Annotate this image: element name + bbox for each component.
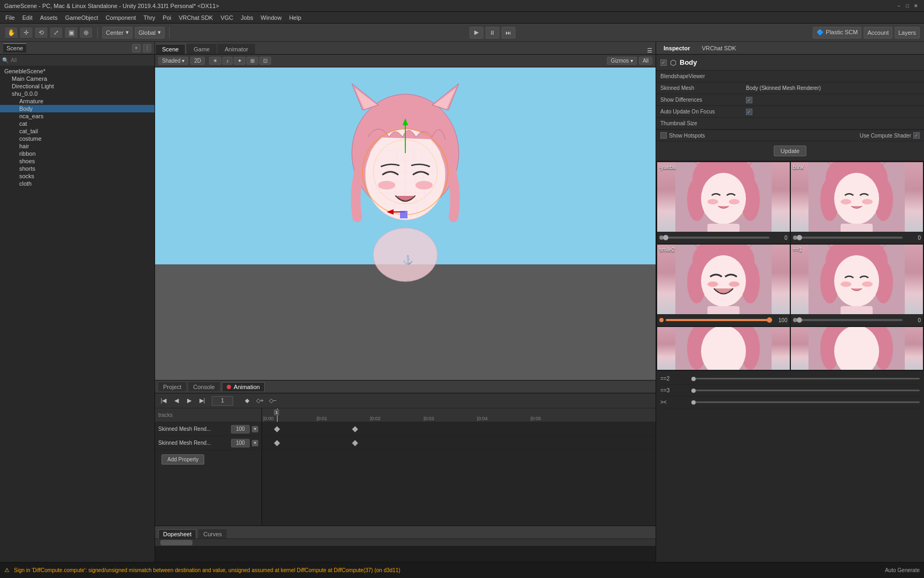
- use-compute-checkbox[interactable]: [913, 132, 920, 139]
- keyframe-2a[interactable]: [274, 440, 280, 446]
- vrchat-sdk-tab[interactable]: VRChat SDK: [698, 44, 741, 52]
- grid-toggle[interactable]: ⊡: [259, 57, 271, 65]
- project-tab[interactable]: Project: [158, 382, 186, 391]
- hierarchy-item-socks[interactable]: socks: [0, 172, 155, 180]
- dopesheet-tab[interactable]: Dopesheet: [158, 529, 196, 538]
- window-controls[interactable]: − □ ✕: [895, 2, 920, 10]
- menu-item-thry[interactable]: Thry: [140, 13, 158, 22]
- animator-tab[interactable]: Animator: [218, 44, 255, 54]
- anim-play[interactable]: ▶: [184, 396, 195, 406]
- hierarchy-item-costume[interactable]: costume: [0, 135, 155, 142]
- hierarchy-item-shorts[interactable]: shorts: [0, 165, 155, 172]
- keyframe-1b[interactable]: [352, 426, 358, 432]
- yaeba-slider[interactable]: [666, 237, 769, 239]
- scene-view-effects[interactable]: ⊞: [247, 57, 258, 65]
- maximize-button[interactable]: □: [904, 2, 911, 10]
- hierarchy-search-input[interactable]: [11, 57, 152, 63]
- eq3-slider[interactable]: [691, 390, 920, 391]
- scroll-thumb[interactable]: [160, 540, 192, 545]
- hand-tool[interactable]: ✋: [4, 27, 18, 39]
- step-button[interactable]: ⏭: [502, 27, 515, 39]
- add-property-button[interactable]: Add Property: [161, 454, 204, 465]
- hierarchy-item-shoes[interactable]: shoes: [0, 157, 155, 165]
- update-button[interactable]: Update: [774, 146, 806, 156]
- hierarchy-item-ribbon[interactable]: ribbon: [0, 150, 155, 157]
- hierarchy-item-hair[interactable]: hair: [0, 142, 155, 150]
- track-value-1[interactable]: 100: [231, 425, 250, 434]
- scene-menu-icon[interactable]: ☰: [644, 47, 656, 54]
- animation-tab[interactable]: Animation: [222, 382, 265, 391]
- gizmos-dropdown[interactable]: Gizmos ▾: [607, 57, 637, 65]
- show-hotspots-checkbox[interactable]: [660, 132, 667, 139]
- game-tab[interactable]: Game: [187, 44, 217, 54]
- lr-slider[interactable]: [691, 401, 920, 403]
- menu-item-jobs[interactable]: Jobs: [237, 13, 256, 22]
- menu-item-assets[interactable]: Assets: [37, 13, 61, 22]
- animation-timeline[interactable]: |0:00 |0:01 |0:02 |0:03 |0:04 |0:05 1: [262, 408, 656, 526]
- console-tab[interactable]: Console: [188, 382, 219, 391]
- hierarchy-item-cat-tail[interactable]: cat_tail: [0, 127, 155, 135]
- layers-button[interactable]: Layers: [895, 27, 920, 39]
- blink-slider[interactable]: [799, 237, 903, 239]
- pivot-space-dropdown[interactable]: Global ▾: [135, 27, 165, 39]
- eq1-slider[interactable]: [799, 319, 903, 321]
- hierarchy-create-button[interactable]: +: [132, 44, 141, 52]
- scene-tab[interactable]: Scene: [155, 44, 186, 54]
- hierarchy-item-shu-0-0-0[interactable]: shu_0.0.0: [0, 90, 155, 97]
- hierarchy-item-body[interactable]: Body: [0, 105, 155, 112]
- menu-item-vgc[interactable]: VGC: [217, 13, 236, 22]
- menu-item-window[interactable]: Window: [258, 13, 285, 22]
- keyframe-2b[interactable]: [352, 440, 358, 446]
- smile2-slider[interactable]: [666, 319, 769, 321]
- eq2-slider[interactable]: [691, 378, 920, 379]
- transform-tool[interactable]: ⊕: [79, 27, 93, 39]
- scene-viewport[interactable]: ⚓: [155, 67, 656, 396]
- track-value-2[interactable]: 100: [231, 439, 250, 447]
- anim-key-tool[interactable]: ◆: [242, 396, 252, 406]
- track-arrow-2[interactable]: ▾: [252, 440, 258, 446]
- menu-item-component[interactable]: Component: [102, 13, 139, 22]
- scale-tool[interactable]: ⤢: [49, 27, 63, 39]
- rect-tool[interactable]: ▣: [64, 27, 78, 39]
- menu-item-poi[interactable]: Poi: [159, 13, 174, 22]
- effects-toggle[interactable]: ✦: [234, 57, 245, 65]
- rotate-tool[interactable]: ⟲: [34, 27, 48, 39]
- anim-del-key[interactable]: ◇−: [267, 396, 278, 406]
- account-button[interactable]: Account: [864, 27, 892, 39]
- pause-button[interactable]: ⏸: [486, 27, 499, 39]
- hierarchy-options-button[interactable]: ⋮: [143, 44, 151, 52]
- hierarchy-item-nca-ears[interactable]: nca_ears: [0, 112, 155, 120]
- anim-prev-keyframe[interactable]: |◀: [158, 396, 169, 406]
- hierarchy-item-armature[interactable]: Armature: [0, 97, 155, 105]
- menu-item-edit[interactable]: Edit: [19, 13, 36, 22]
- hierarchy-item-cloth[interactable]: cloth: [0, 180, 155, 187]
- hierarchy-tab[interactable]: Scene: [3, 43, 26, 52]
- curves-tab[interactable]: Curves: [198, 529, 227, 538]
- minimize-button[interactable]: −: [895, 2, 903, 10]
- anim-play-back[interactable]: ◀: [171, 396, 182, 406]
- hierarchy-item-geneblescene-[interactable]: GenebleScene*: [0, 67, 155, 75]
- anim-next-keyframe[interactable]: ▶|: [197, 396, 207, 406]
- hierarchy-item-cat[interactable]: cat: [0, 120, 155, 127]
- plastic-scm-button[interactable]: 🔷 Plastic SCM: [813, 27, 861, 39]
- pivot-mode-dropdown[interactable]: Center ▾: [102, 27, 133, 39]
- menu-item-vrchat sdk[interactable]: VRChat SDK: [175, 13, 216, 22]
- shading-dropdown[interactable]: Shaded ▾: [158, 57, 188, 65]
- hierarchy-item-directional-light[interactable]: Directional Light: [0, 82, 155, 90]
- 2d-toggle[interactable]: 2D: [190, 57, 205, 65]
- show-differences-checkbox[interactable]: [746, 97, 752, 103]
- anim-time-field[interactable]: 1: [212, 396, 233, 406]
- move-tool[interactable]: ✛: [19, 27, 33, 39]
- menu-item-file[interactable]: File: [2, 13, 18, 22]
- keyframe-1a[interactable]: [274, 426, 280, 432]
- hierarchy-item-main-camera[interactable]: Main Camera: [0, 75, 155, 82]
- audio-toggle[interactable]: ♪: [222, 57, 233, 65]
- animation-scrollbar[interactable]: [155, 538, 656, 546]
- all-dropdown[interactable]: All: [639, 57, 652, 65]
- track-arrow-1[interactable]: ▾: [252, 426, 258, 432]
- inspector-tab[interactable]: Inspector: [659, 44, 695, 52]
- close-button[interactable]: ✕: [912, 2, 920, 10]
- play-button[interactable]: ▶: [469, 27, 483, 39]
- active-toggle[interactable]: [660, 59, 667, 66]
- auto-update-checkbox[interactable]: [746, 109, 752, 115]
